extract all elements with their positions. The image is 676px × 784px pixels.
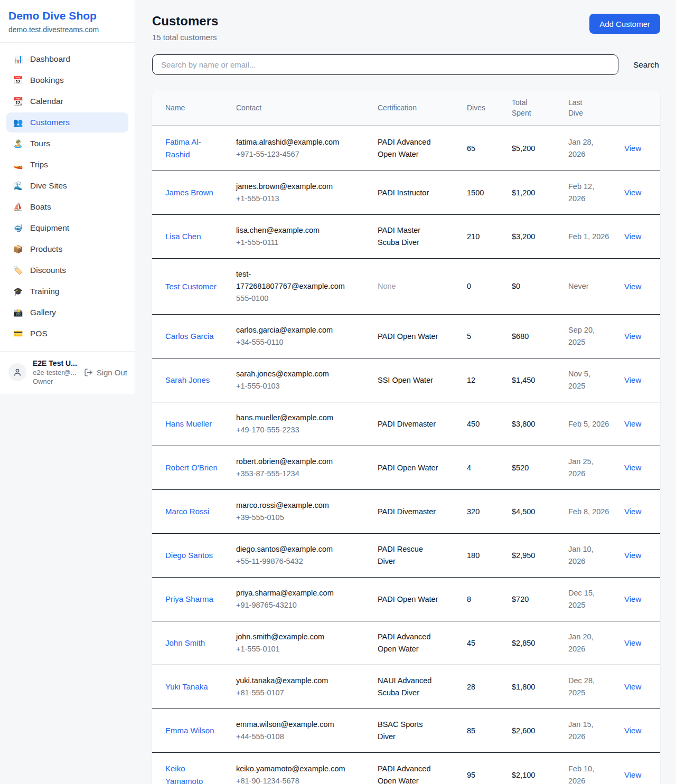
customer-certification: PADI Open Water <box>370 446 459 490</box>
sign-out-icon <box>84 368 93 377</box>
sidebar-item-discounts[interactable]: 🏷️ Discounts <box>6 260 128 280</box>
customer-total-spent: $3,800 <box>504 402 561 446</box>
page-header: Customers 15 total customers Add Custome… <box>152 14 660 42</box>
customer-name-link[interactable]: Carlos Garcia <box>165 332 214 341</box>
customer-contact: john.smith@example.com +1-555-0101 <box>229 621 370 665</box>
view-link[interactable]: View <box>624 726 641 735</box>
customer-certification: PADI Divemaster <box>370 490 459 534</box>
customer-name-link[interactable]: Sarah Jones <box>165 375 210 384</box>
column-header-name: Name <box>152 90 229 126</box>
customer-email: marco.rossi@example.com <box>236 499 349 512</box>
sidebar-item-products[interactable]: 📦 Products <box>6 239 128 259</box>
customer-name-link[interactable]: Robert O'Brien <box>165 463 218 472</box>
sidebar-item-training[interactable]: 🎓 Training <box>6 281 128 301</box>
customer-email: emma.wilson@example.com <box>236 719 349 731</box>
sidebar-item-gallery[interactable]: 📸 Gallery <box>6 303 128 323</box>
customer-total-spent: $680 <box>504 315 561 358</box>
pos-icon: 💳 <box>13 329 23 338</box>
sidebar-item-dive-sites[interactable]: 🌊 Dive Sites <box>6 176 128 196</box>
customer-name-link[interactable]: Diego Santos <box>165 551 213 560</box>
customer-name-link[interactable]: Priya Sharma <box>165 594 213 603</box>
search-input[interactable] <box>152 54 618 75</box>
table-row: Test Customer test-1772681807767@example… <box>152 259 660 315</box>
table-row: Sarah Jones sarah.jones@example.com +1-5… <box>152 358 660 402</box>
customer-certification: PADI Advanced Open Water <box>370 753 459 784</box>
shop-domain: demo.test.divestreams.com <box>8 25 126 34</box>
gallery-icon: 📸 <box>13 308 23 317</box>
tours-icon: 🏝️ <box>13 139 23 148</box>
sidebar-item-boats[interactable]: ⛵ Boats <box>6 197 128 217</box>
customer-total-spent: $2,850 <box>504 621 561 665</box>
customer-phone: +1-555-0113 <box>236 193 349 205</box>
view-link[interactable]: View <box>624 232 641 241</box>
customer-certification: PADI Open Water <box>370 315 459 358</box>
view-link[interactable]: View <box>624 332 641 341</box>
shop-title: Demo Dive Shop <box>8 10 126 22</box>
view-link[interactable]: View <box>624 551 641 560</box>
customer-name-link[interactable]: Test Customer <box>165 282 217 291</box>
customer-phone: +91-98765-43210 <box>236 599 349 611</box>
customer-dives: 210 <box>459 215 504 259</box>
sidebar-item-equipment[interactable]: 🤿 Equipment <box>6 218 128 238</box>
customer-name-link[interactable]: Emma Wilson <box>165 726 214 735</box>
customer-email: keiko.yamamoto@example.com <box>236 763 349 775</box>
view-link[interactable]: View <box>624 770 641 779</box>
customer-email: john.smith@example.com <box>236 631 349 643</box>
customer-dives: 12 <box>459 358 504 402</box>
customer-name-link[interactable]: James Brown <box>165 188 213 197</box>
view-link[interactable]: View <box>624 282 641 291</box>
customer-contact: test-1772681807767@example.com 555-0100 <box>229 259 370 315</box>
sign-out-button[interactable]: Sign Out <box>84 368 127 377</box>
view-link[interactable]: View <box>624 188 641 197</box>
sidebar-item-trips[interactable]: 🚤 Trips <box>6 155 128 175</box>
table-row: Keiko Yamamoto keiko.yamamoto@example.co… <box>152 753 660 784</box>
view-link[interactable]: View <box>624 594 641 603</box>
customer-dives: 8 <box>459 578 504 621</box>
customer-name-link[interactable]: Marco Rossi <box>165 507 209 516</box>
view-link[interactable]: View <box>624 507 641 516</box>
column-header-actions <box>617 90 660 126</box>
sidebar-item-tours[interactable]: 🏝️ Tours <box>6 134 128 154</box>
customer-certification: PADI Instructor <box>370 171 459 215</box>
view-link[interactable]: View <box>624 375 641 384</box>
customer-name-link[interactable]: John Smith <box>165 638 205 647</box>
customer-name-link[interactable]: Yuki Tanaka <box>165 682 208 691</box>
customer-total-spent: $5,200 <box>504 126 561 171</box>
sidebar-item-bookings[interactable]: 📅 Bookings <box>6 70 128 90</box>
user-role: Owner <box>33 377 78 385</box>
view-link[interactable]: View <box>624 463 641 472</box>
customer-name-link[interactable]: Fatima Al-Rashid <box>165 137 201 159</box>
customer-name-link[interactable]: Keiko Yamamoto <box>165 764 203 784</box>
sidebar-item-calendar[interactable]: 📆 Calendar <box>6 91 128 111</box>
user-icon <box>13 367 22 377</box>
trips-icon: 🚤 <box>13 160 23 169</box>
customer-email: hans.mueller@example.com <box>236 412 349 424</box>
customer-dives: 180 <box>459 534 504 578</box>
sidebar: Demo Dive Shop demo.test.divestreams.com… <box>0 0 135 394</box>
add-customer-button[interactable]: Add Customer <box>589 14 660 34</box>
search-button[interactable]: Search <box>632 57 660 73</box>
sidebar-item-dashboard[interactable]: 📊 Dashboard <box>6 49 128 69</box>
view-link[interactable]: View <box>624 638 641 647</box>
customer-email: james.brown@example.com <box>236 181 349 193</box>
customer-phone: +49-170-555-2233 <box>236 424 349 436</box>
customer-name-link[interactable]: Lisa Chen <box>165 232 201 241</box>
customer-certification: NAUI Advanced Scuba Diver <box>370 665 459 709</box>
customer-certification: BSAC Sports Diver <box>370 709 459 753</box>
view-link[interactable]: View <box>624 144 641 153</box>
sidebar-item-pos[interactable]: 💳 POS <box>6 324 128 344</box>
user-email: e2e-tester@... <box>33 369 78 376</box>
sidebar-item-customers[interactable]: 👥 Customers <box>6 112 128 133</box>
view-link[interactable]: View <box>624 419 641 428</box>
customer-name-link[interactable]: Hans Mueller <box>165 419 212 428</box>
customer-email: yuki.tanaka@example.com <box>236 675 349 687</box>
customer-phone: +971-55-123-4567 <box>236 148 349 160</box>
table-row: Marco Rossi marco.rossi@example.com +39-… <box>152 490 660 534</box>
customer-certification: PADI Advanced Open Water <box>370 621 459 665</box>
bookings-icon: 📅 <box>13 75 23 85</box>
customer-contact: lisa.chen@example.com +1-555-0111 <box>229 215 370 259</box>
table-row: Fatima Al-Rashid fatima.alrashid@example… <box>152 126 660 171</box>
table-row: Carlos Garcia carlos.garcia@example.com … <box>152 315 660 358</box>
view-link[interactable]: View <box>624 682 641 691</box>
sidebar-header: Demo Dive Shop demo.test.divestreams.com <box>0 0 135 43</box>
